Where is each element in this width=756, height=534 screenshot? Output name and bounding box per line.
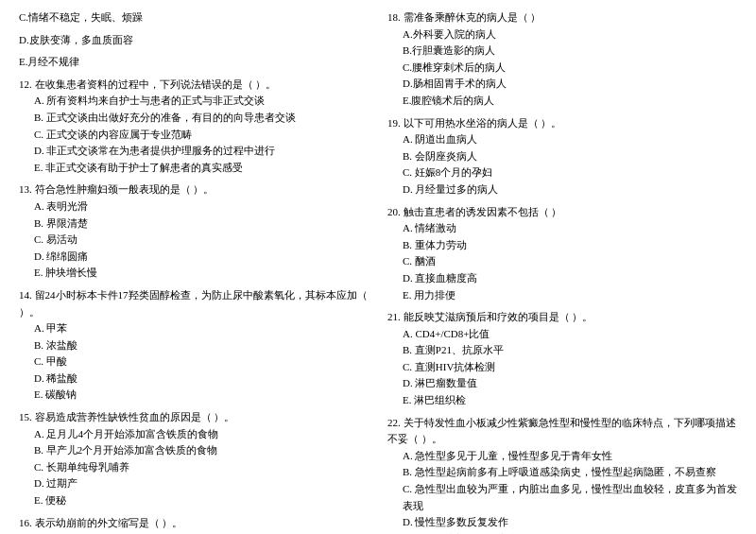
question-block-q18: 18. 需准备乘醉休克的病人是（ ）A.外科要入院的病人B.行胆囊造影的病人C.…: [387, 9, 737, 110]
option-q19-3: D. 月经量过多的病人: [387, 181, 737, 198]
option-q12-3: D. 非正式交谈常在为患者提供护理服务的过程中进行: [19, 143, 369, 160]
question-title-q19: 19. 以下可用热水坐浴的病人是（ ）。: [387, 115, 737, 132]
option-q22-2: C. 急性型出血较为严重，内脏出血多见，慢性型出血较轻，皮直多为首发表现: [387, 481, 737, 514]
option-q15-1: B. 早产儿2个月开始添加富含铁质的食物: [19, 442, 369, 459]
option-q14-1: B. 浓盐酸: [19, 337, 369, 354]
question-block-q19: 19. 以下可用热水坐浴的病人是（ ）。A. 阴道出血病人B. 会阴座炎病人C.…: [387, 115, 737, 198]
option-q20-2: C. 酗酒: [387, 253, 737, 270]
option-q21-4: E. 淋巴组织检: [387, 392, 737, 409]
option-q22-1: B. 急性型起病前多有上呼吸道感染病史，慢性型起病隐匿，不易查察: [387, 464, 737, 481]
question-block-q22: 22. 关于特发性血小板减少性紫癜急性型和慢性型的临床特点，下列哪项描述不妥（ …: [387, 415, 737, 534]
option-q21-2: C. 直测HIV抗体检测: [387, 359, 737, 376]
option-q13-4: E. 肿块增长慢: [19, 265, 369, 282]
option-q15-2: C. 长期单纯母乳哺养: [19, 459, 369, 476]
question-block-q12: 12. 在收集患者资料的过程中，下列说法错误的是（ ）。A. 所有资料均来自护士…: [19, 77, 369, 177]
option-q21-0: A. CD4+/CD8+比值: [387, 326, 737, 343]
option-q21-1: B. 直测P21、抗原水平: [387, 342, 737, 359]
question-block-q_d: D.皮肤变薄，多血质面容: [19, 32, 369, 49]
option-q22-3: D. 慢性型多数反复发作: [387, 514, 737, 531]
option-q20-3: D. 直接血糖度高: [387, 270, 737, 287]
option-q15-3: D. 过期产: [19, 475, 369, 492]
option-q18-2: C.腰椎穿刺术后的病人: [387, 60, 737, 77]
option-q18-0: A.外科要入院的病人: [387, 26, 737, 43]
question-block-q13: 13. 符合急性肿瘤妇颈一般表现的是（ ）。A. 表明光滑B. 界限清楚C. 易…: [19, 181, 369, 282]
option-q13-1: B. 界限清楚: [19, 215, 369, 233]
question-title-q12: 12. 在收集患者资料的过程中，下列说法错误的是（ ）。: [19, 77, 369, 94]
question-title-q16: 16. 表示幼崩前的外文缩写是（ ）。: [19, 515, 369, 532]
option-q20-4: E. 用力排便: [387, 287, 737, 304]
question-title-q15: 15. 容易造成营养性缺铁性贫血的原因是（ ）。: [19, 409, 369, 426]
question-title-q13: 13. 符合急性肿瘤妇颈一般表现的是（ ）。: [19, 181, 369, 198]
option-q20-1: B. 重体力劳动: [387, 237, 737, 254]
question-title-q14: 14. 留24小时标本卡件17羟类固醇检查，为防止尿中酸素氧化，其标本应加（ ）…: [19, 287, 369, 320]
option-q19-0: A. 阴道出血病人: [387, 131, 737, 148]
question-block-q15: 15. 容易造成营养性缺铁性贫血的原因是（ ）。A. 足月儿4个月开始添加富含铁…: [19, 409, 369, 509]
question-title-q21: 21. 能反映艾滋病预后和疗效的项目是（ ）。: [387, 309, 737, 326]
option-q18-1: B.行胆囊造影的病人: [387, 43, 737, 60]
option-q14-4: E. 碳酸钠: [19, 387, 369, 404]
option-q12-1: B. 正式交谈由出做好充分的准备，有目的的向导患者交谈: [19, 110, 369, 127]
option-q19-1: B. 会阴座炎病人: [387, 148, 737, 165]
question-block-q_c: C.情绪不稳定，失眠、烦躁: [19, 9, 369, 26]
question-title-q_e: E.月经不规律: [19, 54, 369, 71]
option-q14-3: D. 稀盐酸: [19, 370, 369, 388]
option-q12-0: A. 所有资料均来自护士与患者的正式与非正式交谈: [19, 93, 369, 110]
option-q14-2: C. 甲酸: [19, 353, 369, 370]
question-title-q22: 22. 关于特发性血小板减少性紫癜急性型和慢性型的临床特点，下列哪项描述不妥（ …: [387, 415, 737, 448]
option-q13-0: A. 表明光滑: [19, 198, 369, 215]
option-q21-3: D. 淋巴瘤数量值: [387, 375, 737, 392]
question-block-q20: 20. 触击直患者的诱发因素不包括（ ）A. 情绪激动B. 重体力劳动C. 酗酒…: [387, 204, 737, 304]
option-q20-0: A. 情绪激动: [387, 220, 737, 237]
option-q13-2: C. 易活动: [19, 232, 369, 249]
option-q15-4: E. 便秘: [19, 492, 369, 509]
question-title-q_d: D.皮肤变薄，多血质面容: [19, 32, 369, 49]
option-q14-0: A. 甲苯: [19, 320, 369, 337]
right-column: 18. 需准备乘醉休克的病人是（ ）A.外科要入院的病人B.行胆囊造影的病人C.…: [387, 9, 737, 534]
question-block-q16: 16. 表示幼崩前的外文缩写是（ ）。A.hoB.acC.pcD.DCE.12n: [19, 515, 369, 534]
question-title-q20: 20. 触击直患者的诱发因素不包括（ ）: [387, 204, 737, 221]
option-q22-0: A. 急性型多见于儿童，慢性型多见于青年女性: [387, 448, 737, 465]
left-column: C.情绪不稳定，失眠、烦躁D.皮肤变薄，多血质面容E.月经不规律12. 在收集患…: [19, 9, 369, 534]
option-q12-2: C. 正式交谈的内容应属于专业范畴: [19, 127, 369, 144]
question-block-q_e: E.月经不规律: [19, 54, 369, 71]
option-q18-3: D.肠相固胃手术的病人: [387, 76, 737, 93]
page-content: C.情绪不稳定，失眠、烦躁D.皮肤变薄，多血质面容E.月经不规律12. 在收集患…: [19, 9, 737, 534]
option-q18-4: E.腹腔镜术后的病人: [387, 93, 737, 110]
question-title-q18: 18. 需准备乘醉休克的病人是（ ）: [387, 9, 737, 26]
option-q12-4: E. 非正式交谈有助于护士了解患者的真实感受: [19, 160, 369, 177]
question-title-q_c: C.情绪不稳定，失眠、烦躁: [19, 9, 369, 26]
question-block-q14: 14. 留24小时标本卡件17羟类固醇检查，为防止尿中酸素氧化，其标本应加（ ）…: [19, 287, 369, 404]
question-block-q21: 21. 能反映艾滋病预后和疗效的项目是（ ）。A. CD4+/CD8+比值B. …: [387, 309, 737, 409]
option-q15-0: A. 足月儿4个月开始添加富含铁质的食物: [19, 426, 369, 443]
option-q13-3: D. 绵绵圆痛: [19, 249, 369, 266]
option-q19-2: C. 妊娠8个月的孕妇: [387, 164, 737, 181]
